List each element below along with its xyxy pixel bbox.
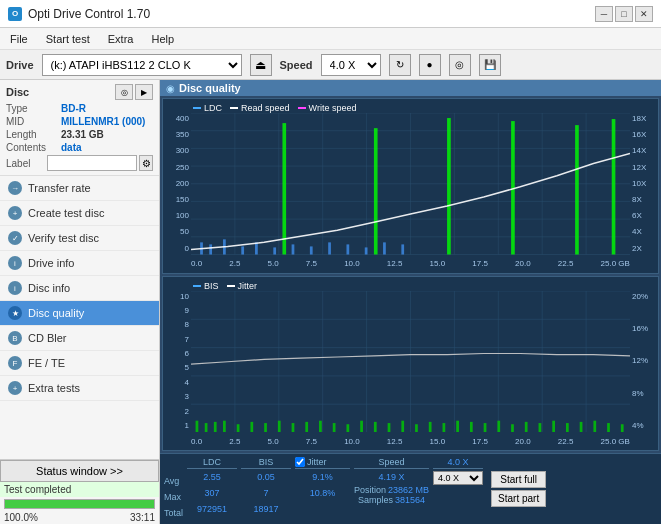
- total-row-label: Total: [164, 505, 183, 521]
- start-full-button[interactable]: Start full: [491, 471, 546, 488]
- bis-stat-header: BIS: [241, 457, 291, 469]
- ldc-legend: LDC: [193, 103, 222, 113]
- save-button[interactable]: 💾: [479, 54, 501, 76]
- svg-rect-75: [497, 420, 500, 432]
- jitter-legend-dot: [227, 285, 235, 287]
- svg-rect-67: [388, 423, 391, 432]
- nav-cd-bler[interactable]: B CD Bler: [0, 326, 159, 351]
- app-title: Opti Drive Control 1.70: [28, 7, 150, 21]
- svg-rect-31: [282, 123, 286, 254]
- svg-rect-55: [223, 420, 226, 432]
- eject-button[interactable]: ⏏: [250, 54, 272, 76]
- fe-te-icon: F: [8, 356, 22, 370]
- svg-rect-64: [346, 424, 349, 432]
- speed-select[interactable]: 4.0 X: [321, 54, 381, 76]
- start-buttons: Start full Start part: [491, 457, 546, 521]
- menu-extra[interactable]: Extra: [104, 32, 138, 46]
- titlebar-controls: ─ □ ✕: [595, 6, 653, 22]
- jitter-stat-col: Jitter 9.1% 10.8%: [295, 457, 350, 521]
- svg-rect-19: [209, 244, 212, 254]
- bottom-x-axis: 0.0 2.5 5.0 7.5 10.0 12.5 15.0 17.5 20.0…: [191, 432, 630, 450]
- nav-verify-test-disc[interactable]: ✓ Verify test disc: [0, 226, 159, 251]
- samples-label: Samples: [358, 495, 393, 505]
- nav-create-test-disc[interactable]: + Create test disc: [0, 201, 159, 226]
- nav-extra-tests-label: Extra tests: [28, 382, 80, 394]
- minimize-button[interactable]: ─: [595, 6, 613, 22]
- titlebar: O Opti Drive Control 1.70 ─ □ ✕: [0, 0, 661, 28]
- jitter-checkbox[interactable]: [295, 457, 305, 467]
- nav-verify-test-label: Verify test disc: [28, 232, 99, 244]
- svg-rect-82: [593, 420, 596, 432]
- nav-disc-quality[interactable]: ★ Disc quality: [0, 301, 159, 326]
- type-label: Type: [6, 103, 61, 114]
- label-label: Label: [6, 158, 47, 169]
- drive-select[interactable]: (k:) ATAPI iHBS112 2 CLO K: [42, 54, 242, 76]
- disc-icon-2[interactable]: ▶: [135, 84, 153, 100]
- disc-quality-icon: ★: [8, 306, 22, 320]
- jitter-avg: 9.1%: [312, 469, 333, 485]
- chart-header: ◉ Disc quality: [160, 80, 661, 96]
- nav-fe-te-label: FE / TE: [28, 357, 65, 369]
- quality-speed-select[interactable]: 4.0 X: [433, 471, 483, 485]
- stat-row-labels: Avg Max Total: [164, 457, 183, 521]
- status-text: Test completed: [0, 482, 159, 497]
- nav-extra-tests[interactable]: + Extra tests: [0, 376, 159, 401]
- menu-help[interactable]: Help: [147, 32, 178, 46]
- status-section: Status window >> Test completed 100.0% 3…: [0, 459, 159, 524]
- svg-rect-29: [383, 242, 386, 254]
- speed-stat-header: Speed: [354, 457, 429, 469]
- bis-stat-col: BIS 0.05 7 18917: [241, 457, 291, 521]
- drivebar: Drive (k:) ATAPI iHBS112 2 CLO K ⏏ Speed…: [0, 50, 661, 80]
- disc-contents-row: Contents data: [6, 142, 153, 153]
- svg-rect-22: [255, 242, 258, 254]
- drive-label: Drive: [6, 59, 34, 71]
- nav-disc-info[interactable]: i Disc info: [0, 276, 159, 301]
- bis-legend-label: BIS: [204, 281, 219, 291]
- bis-legend-dot: [193, 285, 201, 287]
- bottom-chart-svg: [191, 291, 630, 433]
- maximize-button[interactable]: □: [615, 6, 633, 22]
- status-bottom: 100.0% 33:11: [0, 511, 159, 524]
- status-window-button[interactable]: Status window >>: [0, 460, 159, 482]
- ldc-total: 972951: [197, 501, 227, 517]
- jitter-legend: Jitter: [227, 281, 258, 291]
- svg-rect-56: [237, 424, 240, 432]
- nav-transfer-rate[interactable]: → Transfer rate: [0, 176, 159, 201]
- status-time: 33:11: [130, 512, 155, 523]
- svg-rect-65: [360, 420, 363, 432]
- ldc-avg: 2.55: [203, 469, 221, 485]
- svg-rect-80: [566, 423, 569, 432]
- start-part-button[interactable]: Start part: [491, 490, 546, 507]
- burn-button[interactable]: ●: [419, 54, 441, 76]
- menubar: File Start test Extra Help: [0, 28, 661, 50]
- disc-type-row: Type BD-R: [6, 103, 153, 114]
- bottom-chart: BIS Jitter 10 9 8 7 6 5 4: [162, 276, 659, 452]
- svg-rect-63: [333, 423, 336, 432]
- nav-fe-te[interactable]: F FE / TE: [0, 351, 159, 376]
- svg-rect-69: [415, 424, 418, 432]
- position-row: Position 23862 MB: [354, 485, 429, 495]
- progress-bar-container: [4, 499, 155, 509]
- progress-bar-fill: [5, 500, 154, 508]
- drive-info-icon: i: [8, 256, 22, 270]
- refresh-button[interactable]: ↻: [389, 54, 411, 76]
- menu-start-test[interactable]: Start test: [42, 32, 94, 46]
- svg-rect-58: [264, 423, 267, 432]
- svg-rect-35: [575, 125, 579, 254]
- label-input[interactable]: [47, 155, 137, 171]
- top-y-axis-right: 18X 16X 14X 12X 10X 8X 6X 4X 2X: [630, 115, 658, 253]
- svg-rect-71: [443, 423, 446, 432]
- disc-icon-1[interactable]: ◎: [115, 84, 133, 100]
- top-chart: LDC Read speed Write speed 400 350: [162, 98, 659, 274]
- svg-rect-54: [214, 421, 217, 432]
- right-panel: ◉ Disc quality LDC Read speed: [160, 80, 661, 524]
- main-content: Disc ◎ ▶ Type BD-R MID MILLENMR1 (000) L…: [0, 80, 661, 524]
- avg-row-label: Avg: [164, 473, 183, 489]
- label-button[interactable]: ⚙: [139, 155, 153, 171]
- nav-disc-info-label: Disc info: [28, 282, 70, 294]
- media-button[interactable]: ◎: [449, 54, 471, 76]
- disc-mid-row: MID MILLENMR1 (000): [6, 116, 153, 127]
- close-button[interactable]: ✕: [635, 6, 653, 22]
- menu-file[interactable]: File: [6, 32, 32, 46]
- nav-drive-info[interactable]: i Drive info: [0, 251, 159, 276]
